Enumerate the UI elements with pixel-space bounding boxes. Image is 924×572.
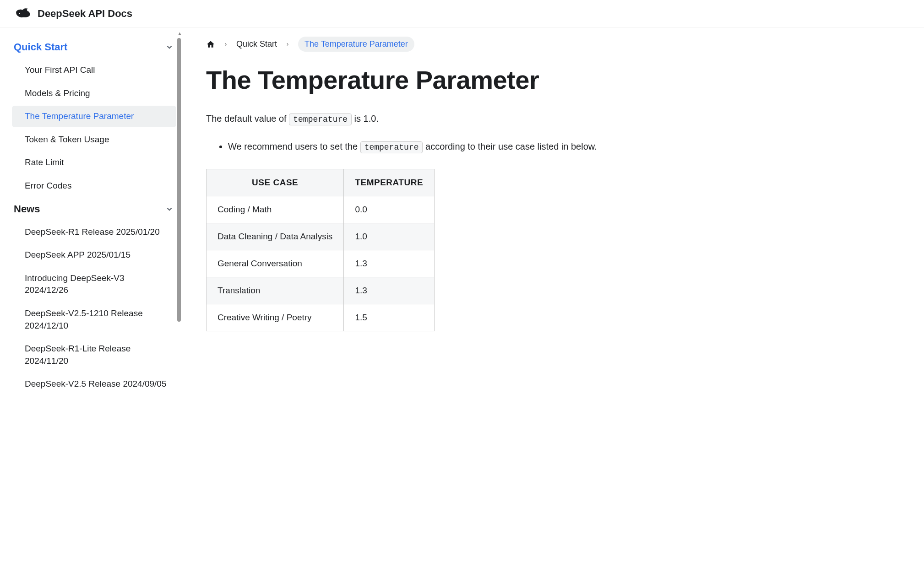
sidebar-category-label: News	[14, 203, 40, 215]
sidebar-item-token-usage[interactable]: Token & Token Usage	[12, 129, 176, 151]
cell-temperature: 1.3	[344, 250, 435, 277]
table-header-usecase: USE CASE	[207, 169, 344, 196]
cell-temperature: 1.0	[344, 223, 435, 250]
chevron-right-icon	[223, 40, 228, 49]
recommendation-list: We recommend users to set the temperatur…	[206, 139, 901, 154]
temperature-table: USE CASE TEMPERATURE Coding / Math 0.0 D…	[206, 169, 435, 331]
sidebar-category-news[interactable]: News	[9, 199, 183, 220]
sidebar-item-label: Models & Pricing	[25, 88, 90, 98]
scrollbar-thumb[interactable]	[177, 38, 181, 322]
cell-temperature: 1.3	[344, 277, 435, 304]
sidebar-item-news-v25-1210[interactable]: DeepSeek-V2.5-1210 Release 2024/12/10	[12, 303, 176, 336]
sidebar-item-news-v3[interactable]: Introducing DeepSeek-V3 2024/12/26	[12, 268, 176, 301]
bullet-text-post: according to their use case listed in be…	[423, 141, 597, 151]
sidebar-item-first-api-call[interactable]: Your First API Call	[12, 59, 176, 81]
table-row: Coding / Math 0.0	[207, 196, 435, 223]
table-row: Creative Writing / Poetry 1.5	[207, 304, 435, 331]
sidebar-category-quick-start[interactable]: Quick Start	[9, 37, 183, 58]
inline-code-temperature: temperature	[289, 113, 352, 125]
page-title: The Temperature Parameter	[206, 65, 901, 95]
sidebar-item-label: Error Codes	[25, 181, 71, 190]
intro-text-pre: The default value of	[206, 113, 289, 124]
breadcrumb-quick-start[interactable]: Quick Start	[236, 39, 277, 49]
intro-text-post: is 1.0.	[352, 113, 379, 124]
cell-usecase: Creative Writing / Poetry	[207, 304, 344, 331]
cell-usecase: Coding / Math	[207, 196, 344, 223]
table-header-row: USE CASE TEMPERATURE	[207, 169, 435, 196]
sidebar-item-news-v25[interactable]: DeepSeek-V2.5 Release 2024/09/05	[12, 373, 176, 395]
main-content: Quick Start The Temperature Parameter Th…	[183, 27, 924, 572]
sidebar-item-models-pricing[interactable]: Models & Pricing	[12, 83, 176, 104]
chevron-down-icon	[165, 205, 174, 213]
sidebar-item-label: DeepSeek-V2.5-1210 Release 2024/12/10	[25, 308, 143, 330]
sidebar-item-label: DeepSeek-R1 Release 2025/01/20	[25, 227, 160, 237]
sidebar-item-label: DeepSeek APP 2025/01/15	[25, 250, 130, 259]
sidebar-item-news-r1-lite[interactable]: DeepSeek-R1-Lite Release 2024/11/20	[12, 338, 176, 372]
table-header-temperature: TEMPERATURE	[344, 169, 435, 196]
sidebar-item-rate-limit[interactable]: Rate Limit	[12, 152, 176, 173]
sidebar-item-label: The Temperature Parameter	[25, 111, 134, 121]
scrollbar-up-arrow[interactable]: ▲	[177, 31, 181, 36]
sidebar: Quick Start Your First API Call Models &…	[0, 27, 183, 572]
sidebar-category-label: Quick Start	[14, 41, 67, 53]
inline-code-temperature: temperature	[360, 141, 423, 153]
main-container: Quick Start Your First API Call Models &…	[0, 27, 924, 572]
cell-temperature: 1.5	[344, 304, 435, 331]
cell-usecase: Translation	[207, 277, 344, 304]
logo-icon	[14, 5, 32, 23]
bullet-text-pre: We recommend users to set the	[228, 141, 360, 151]
sidebar-item-label: Your First API Call	[25, 65, 95, 75]
sidebar-item-error-codes[interactable]: Error Codes	[12, 175, 176, 197]
sidebar-scrollbar[interactable]: ▲	[177, 31, 181, 568]
cell-usecase: General Conversation	[207, 250, 344, 277]
intro-paragraph: The default value of temperature is 1.0.	[206, 111, 901, 126]
chevron-right-icon	[285, 40, 290, 49]
sidebar-item-temperature-parameter[interactable]: The Temperature Parameter	[12, 106, 176, 127]
table-row: Data Cleaning / Data Analysis 1.0	[207, 223, 435, 250]
sidebar-item-label: Token & Token Usage	[25, 135, 109, 144]
sidebar-item-label: DeepSeek-R1-Lite Release 2024/11/20	[25, 344, 130, 366]
table-row: General Conversation 1.3	[207, 250, 435, 277]
home-icon[interactable]	[206, 40, 215, 49]
recommendation-item: We recommend users to set the temperatur…	[228, 139, 901, 154]
sidebar-item-news-r1-release[interactable]: DeepSeek-R1 Release 2025/01/20	[12, 221, 176, 243]
sidebar-item-label: Rate Limit	[25, 157, 64, 167]
table-row: Translation 1.3	[207, 277, 435, 304]
sidebar-item-news-app[interactable]: DeepSeek APP 2025/01/15	[12, 244, 176, 266]
svg-point-0	[19, 13, 20, 14]
page-header: DeepSeek API Docs	[0, 0, 924, 27]
cell-temperature: 0.0	[344, 196, 435, 223]
sidebar-item-label: Introducing DeepSeek-V3 2024/12/26	[25, 273, 125, 295]
cell-usecase: Data Cleaning / Data Analysis	[207, 223, 344, 250]
chevron-down-icon	[165, 43, 174, 51]
header-title: DeepSeek API Docs	[38, 8, 132, 20]
sidebar-item-label: DeepSeek-V2.5 Release 2024/09/05	[25, 379, 167, 389]
breadcrumb: Quick Start The Temperature Parameter	[206, 37, 901, 52]
breadcrumb-current: The Temperature Parameter	[298, 37, 414, 52]
